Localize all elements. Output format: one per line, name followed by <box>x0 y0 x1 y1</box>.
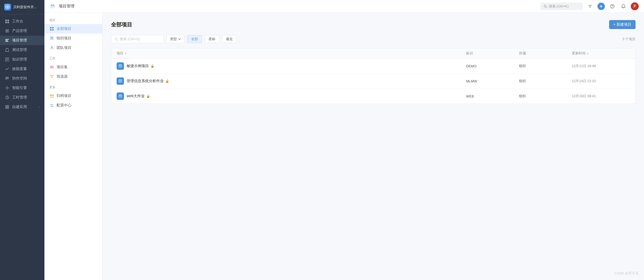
topbar: 项目管理 搜索 (Ctrl+K) ? 罗 <box>44 0 644 13</box>
project-name-cell: 管理信息系统分析作业 🔒 <box>117 77 466 85</box>
type-filter-btn[interactable]: 类型 <box>167 35 185 43</box>
col-updated[interactable]: 更新时间 ⇅ <box>572 51 630 56</box>
sub-sidebar-item-team-projects[interactable]: 团队项目 <box>44 43 102 53</box>
sidebar-item-knowledge[interactable]: 知识管理 <box>0 55 44 64</box>
sidebar-item-project[interactable]: 项目管理 <box>0 36 44 45</box>
svg-rect-12 <box>5 41 8 42</box>
page-title: 全部项目 <box>111 21 132 28</box>
svg-rect-68 <box>119 94 120 95</box>
efficiency-icon <box>5 67 10 71</box>
sort-icon: ⇅ <box>125 52 127 55</box>
settings-icon <box>49 103 54 108</box>
svg-point-49 <box>51 46 53 48</box>
sub-sidebar-item-label: 组织项目 <box>57 36 71 41</box>
project-owner: 组织 <box>519 64 572 68</box>
svg-rect-30 <box>52 4 52 5</box>
svg-rect-5 <box>7 22 9 23</box>
lock-icon: 🔒 <box>146 94 150 98</box>
page-header: 全部项目 + 新建项目 <box>111 20 636 29</box>
col-owner: 所属 <box>519 51 572 56</box>
svg-point-6 <box>6 29 7 31</box>
svg-rect-62 <box>119 64 120 65</box>
chevron-down-icon <box>178 38 181 41</box>
sidebar-item-label: 知识管理 <box>12 57 27 62</box>
sidebar-item-label: 效能度量 <box>12 67 27 71</box>
type-filter-label: 类型 <box>170 37 177 41</box>
svg-rect-25 <box>6 105 7 107</box>
sidebar-item-workbench[interactable]: 工作台 <box>0 17 44 26</box>
new-project-btn-label: + 新建项目 <box>613 22 631 27</box>
sidebar-item-ai[interactable]: 智能引擎 <box>0 83 44 93</box>
sub-sidebar-item-archived[interactable]: 归档项目 <box>44 91 102 101</box>
svg-point-18 <box>7 77 9 78</box>
project-updated: 12月14日 22:10 <box>572 79 630 83</box>
filter-tag-recent[interactable]: 最近 <box>222 35 237 43</box>
lock-icon: 🔒 <box>165 79 169 83</box>
svg-rect-10 <box>5 39 9 40</box>
app-logo[interactable]: 贝利亚软件开... <box>0 0 44 15</box>
project-icon-badge <box>117 62 124 70</box>
sub-sidebar-item-label: 配置中心 <box>57 103 71 108</box>
new-project-button[interactable]: + 新建项目 <box>609 20 636 29</box>
svg-rect-43 <box>50 27 52 29</box>
table-row[interactable]: 管理信息系统分析作业 🔒 MLMW 组织 12月14日 22:10 <box>111 74 635 89</box>
sub-sidebar-item-filter[interactable]: 筛选器 <box>44 72 102 81</box>
col-project[interactable]: 项目 ⇅ <box>117 51 466 56</box>
svg-rect-29 <box>50 5 55 8</box>
team-icon <box>49 45 54 50</box>
svg-rect-65 <box>119 79 120 80</box>
svg-point-48 <box>52 37 53 38</box>
sidebar-item-test[interactable]: 测试管理 <box>0 45 44 55</box>
expand-icon: › <box>39 105 40 109</box>
user-avatar[interactable]: 罗 <box>631 2 639 10</box>
content-area: 项目 全部项目 组织项目 团队项目 工作 <box>44 13 644 280</box>
sort-icon-updated: ⇅ <box>587 52 589 55</box>
custom-icon <box>5 105 10 109</box>
project-search[interactable]: 搜索 (Ctrl+G) <box>111 35 164 43</box>
sidebar-item-product[interactable]: 产品管理 <box>0 26 44 36</box>
svg-rect-4 <box>5 22 7 23</box>
project-icon-badge <box>117 92 124 100</box>
org-icon <box>49 36 54 41</box>
table-row[interactable]: web大作业 🔒 WEB 组织 12月19日 08:41 <box>111 89 635 104</box>
plus-btn[interactable] <box>597 3 605 10</box>
lock-icon: 🔒 <box>150 64 154 68</box>
help-btn[interactable]: ? <box>609 3 616 10</box>
sidebar-item-custom[interactable]: 自建应用 › <box>0 102 44 112</box>
svg-rect-46 <box>52 29 54 31</box>
topbar-title: 项目管理 <box>59 4 75 9</box>
svg-rect-28 <box>7 107 9 109</box>
left-sidebar: 贝利亚软件开... 工作台 产品管理 项目管理 <box>0 0 44 280</box>
main-wrapper: 项目管理 搜索 (Ctrl+K) ? 罗 <box>44 0 644 280</box>
svg-rect-31 <box>53 4 54 5</box>
col-badge: 标识 <box>466 51 519 56</box>
sidebar-item-label: 工时管理 <box>12 95 27 100</box>
sub-sidebar-item-project-set[interactable]: 项目集 <box>44 62 102 72</box>
project-table: 项目 ⇅ 标识 所属 更新时间 ⇅ <box>111 48 636 104</box>
filter-btn[interactable] <box>586 3 594 10</box>
grid-icon <box>49 26 54 31</box>
svg-marker-1 <box>7 6 9 8</box>
svg-point-47 <box>50 37 52 38</box>
filter-tag-all[interactable]: 全部 <box>187 35 202 43</box>
sidebar-item-label: 测试管理 <box>12 48 27 52</box>
sub-sidebar-item-org-projects[interactable]: 组织项目 <box>44 34 102 43</box>
timesheet-icon <box>5 95 10 100</box>
sub-sidebar-item-config[interactable]: 配置中心 <box>44 101 102 110</box>
sub-sidebar-item-label: 全部项目 <box>57 26 71 31</box>
topbar-search[interactable]: 搜索 (Ctrl+K) <box>540 3 583 10</box>
sub-sidebar-item-all-projects[interactable]: 全部项目 <box>44 24 102 34</box>
svg-point-57 <box>51 104 52 105</box>
project-icon <box>5 38 10 43</box>
sidebar-item-efficiency[interactable]: 效能度量 <box>0 64 44 74</box>
svg-rect-50 <box>50 67 53 68</box>
sidebar-item-collaboration[interactable]: 协作空间 <box>0 74 44 83</box>
project-badge: DEMO <box>466 64 519 68</box>
table-row[interactable]: 敏捷示例项目 🔒 DEMO 组织 12月11日 18:48 <box>111 59 635 74</box>
sidebar-item-timesheet[interactable]: 工时管理 <box>0 93 44 102</box>
project-name: 管理信息系统分析作业 🔒 <box>127 79 169 83</box>
notification-btn[interactable] <box>620 3 627 10</box>
sidebar-item-label: 项目管理 <box>12 38 27 43</box>
filter-tag-starred[interactable]: 星标 <box>205 35 219 43</box>
sidebar-item-label: 工作台 <box>12 19 23 24</box>
